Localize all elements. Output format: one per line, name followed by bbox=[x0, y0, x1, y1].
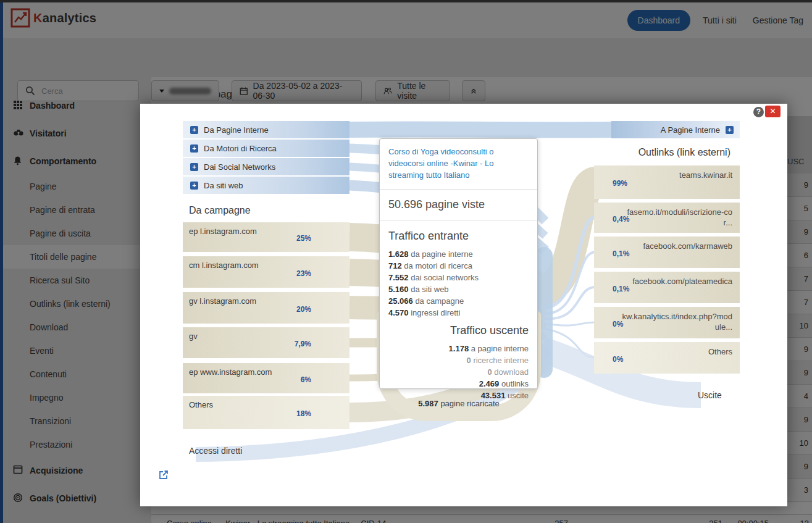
outlink-item-others[interactable]: Others 0% bbox=[594, 342, 740, 374]
outlink-item[interactable]: kw.kanalytics.it/index.php?module... 0% bbox=[594, 307, 740, 338]
incoming-row: 712 da motori di ricerca bbox=[388, 260, 529, 272]
outgoing-row: 1.178 a pagine interne bbox=[388, 343, 529, 354]
exits-label: Uscite bbox=[698, 390, 722, 400]
percent-value: 0,1% bbox=[613, 249, 629, 257]
percent-value: 0,1% bbox=[613, 284, 629, 293]
app-root: Kanalytics Dashboard Tutti i siti Gestio… bbox=[0, 0, 812, 523]
source-social-networks[interactable]: + Dai Social Networks bbox=[183, 158, 349, 175]
expand-icon[interactable]: + bbox=[190, 126, 198, 134]
source-internal-pages[interactable]: + Da Pagine Interne bbox=[183, 121, 349, 138]
incoming-traffic: Traffico entrante 1.628 da pagine intern… bbox=[380, 220, 537, 320]
incoming-row: 5.160 da siti web bbox=[388, 283, 529, 295]
percent-value: 23% bbox=[296, 269, 311, 277]
campaign-item-others[interactable]: Others 18% bbox=[183, 396, 349, 429]
percent-value: 20% bbox=[296, 304, 311, 313]
outgoing-title: Traffico uscente bbox=[388, 325, 529, 337]
target-internal-pages[interactable]: A Pagine Interne + bbox=[611, 121, 740, 138]
outgoing-row: 0 ricerche interne bbox=[388, 354, 529, 366]
outgoing-row: 2.469 outlinks bbox=[388, 378, 529, 390]
percent-value: 6% bbox=[301, 375, 311, 383]
outgoing-row: 0 download bbox=[388, 366, 529, 378]
direct-entries-label: Accessi diretti bbox=[189, 446, 242, 456]
page-detail-panel: Corso di Yoga videoconsulti o videocorsi… bbox=[379, 138, 538, 389]
expand-icon[interactable]: + bbox=[190, 182, 198, 190]
export-icon[interactable] bbox=[158, 469, 169, 483]
incoming-row: 7.552 dai social networks bbox=[388, 272, 529, 283]
help-icon[interactable]: ? bbox=[753, 107, 764, 117]
incoming-title: Traffico entrante bbox=[388, 230, 529, 242]
pageviews-total: 50.696 pagine viste bbox=[380, 190, 537, 220]
incoming-row: 1.628 da pagine interne bbox=[388, 248, 529, 260]
percent-value: 99% bbox=[613, 179, 627, 188]
outlink-item[interactable]: facebook.com/plateamedica 0,1% bbox=[594, 272, 740, 303]
outlink-item[interactable]: facebook.com/karmaweb 0,1% bbox=[594, 236, 740, 268]
source-search-engines[interactable]: + Da Motori di Ricerca bbox=[183, 140, 349, 157]
campaigns-title: Da campagne bbox=[189, 205, 251, 216]
percent-value: 0,4% bbox=[613, 214, 629, 223]
page-link[interactable]: Corso di Yoga videoconsulti o videocorsi… bbox=[380, 139, 537, 190]
campaign-item[interactable]: cm l.instagram.com 23% bbox=[183, 256, 349, 288]
campaign-item[interactable]: ep l.instagram.com 25% bbox=[183, 222, 349, 252]
percent-value: 7,9% bbox=[295, 340, 311, 348]
expand-icon[interactable]: + bbox=[190, 163, 198, 171]
percent-value: 25% bbox=[296, 234, 311, 243]
percent-value: 18% bbox=[296, 409, 311, 418]
outlink-item[interactable]: fasemo.it/moduli/iscrizione-cor... 0,4% bbox=[594, 203, 740, 233]
outlinks-title: Outlinks (link esterni) bbox=[594, 147, 730, 158]
incoming-row: 4.570 ingressi diretti bbox=[388, 307, 529, 319]
percent-value: 0% bbox=[613, 319, 623, 328]
transitions-modal: + Da Pagine Interne + Da Motori di Ricer… bbox=[140, 104, 787, 506]
outlink-item[interactable]: teams.kwinar.it 99% bbox=[594, 165, 740, 199]
outgoing-traffic: Traffico uscente 1.178 a pagine interne … bbox=[380, 320, 537, 403]
campaign-item[interactable]: gv 7,9% bbox=[183, 327, 349, 358]
close-icon[interactable]: ✕ bbox=[765, 106, 781, 117]
page-reloads: 5.987 pagine ricaricate bbox=[377, 399, 541, 408]
campaign-item[interactable]: gv l.instagram.com 20% bbox=[183, 292, 349, 324]
expand-icon[interactable]: + bbox=[190, 144, 198, 153]
source-websites[interactable]: + Da siti web bbox=[183, 177, 349, 194]
percent-value: 0% bbox=[613, 354, 623, 363]
expand-icon[interactable]: + bbox=[726, 126, 734, 134]
campaign-item[interactable]: ep www.instagram.com 6% bbox=[183, 363, 349, 393]
incoming-row: 25.066 da campagne bbox=[388, 295, 529, 307]
